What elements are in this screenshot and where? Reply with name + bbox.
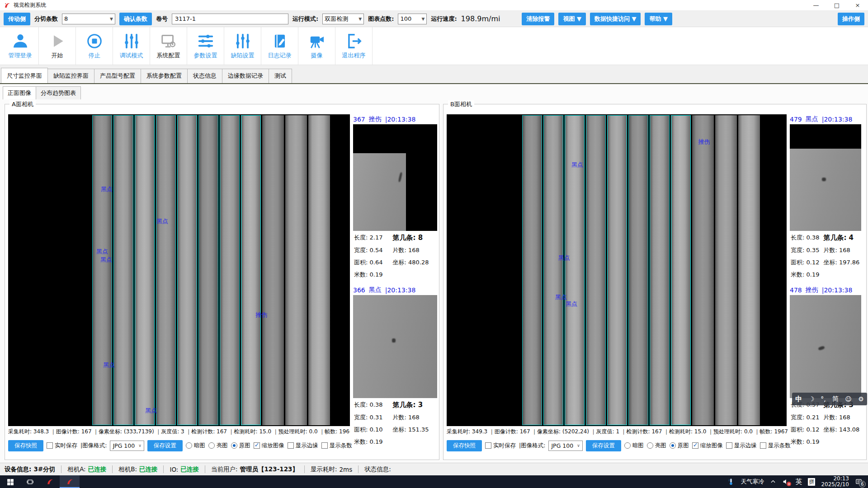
defect-settings-button[interactable]: 缺陷设置 xyxy=(224,27,261,65)
tab-product-model-config[interactable]: 产品型号配置 xyxy=(94,69,141,83)
save-snapshot-button[interactable]: 保存快照 xyxy=(8,440,43,451)
gear-icon[interactable]: ⚙ xyxy=(858,395,864,403)
ime-toolbar: 中 ☽ °, 简 ☺ ⚙ xyxy=(792,393,867,405)
emoji-icon[interactable]: ☺ xyxy=(845,395,852,403)
simplified-chinese-icon[interactable]: 简 xyxy=(832,395,839,403)
current-user-label: 当前用户: xyxy=(211,465,238,474)
defect-metrics: 长度: 0.38 第几条: 4 宽度: 0.35 片数: 168 面积: 0.1… xyxy=(790,231,861,279)
save-snapshot-button[interactable]: 保存快照 xyxy=(447,440,482,451)
log-record-button[interactable]: 日志记录 xyxy=(261,27,298,65)
camera-b-connection-status: 已连接 xyxy=(139,465,158,474)
taskbar-clock[interactable]: 20:13 2025/2/10 xyxy=(821,476,849,488)
checkbox-icon xyxy=(47,442,53,449)
window-title: 视觉检测系统 xyxy=(14,1,46,9)
ime-mode-chinese[interactable]: 中 xyxy=(795,395,802,404)
icon-toolbar: 管理登录 开始 停止 调试模式 系统配置 参数设置 xyxy=(0,27,868,65)
moon-icon[interactable]: ☽ xyxy=(808,395,814,403)
image-format-select[interactable]: JPG 100∨ xyxy=(548,441,582,451)
current-user-value: 管理员【123-123】 xyxy=(240,465,298,474)
bright-image-radio[interactable]: 亮图 xyxy=(647,442,666,450)
defect-annotation-label: 黑点 xyxy=(571,161,583,169)
split-count-select[interactable]: 8▼ xyxy=(62,14,115,24)
defect-annotation-label: 黑点 xyxy=(145,407,157,415)
view-menu-button[interactable]: 视图 ▼ xyxy=(558,13,586,25)
original-image-radio[interactable]: 原图 xyxy=(231,442,250,450)
subtab-front-image[interactable]: 正面图像 xyxy=(3,86,36,99)
start-button[interactable]: 开始 xyxy=(39,27,76,65)
run-mode-select[interactable]: 双面检测▼ xyxy=(322,14,364,24)
tab-edge-data-record[interactable]: 边缘数据记录 xyxy=(222,69,269,83)
tab-system-param-config[interactable]: 系统参数配置 xyxy=(141,69,188,83)
chevron-down-icon: ▼ xyxy=(419,17,425,21)
language-indicator[interactable]: 英 xyxy=(795,478,802,486)
image-format-select[interactable]: JPG 100∨ xyxy=(110,441,144,451)
realtime-save-checkbox[interactable]: 实时保存 xyxy=(485,442,516,450)
notification-center-button[interactable]: 6 xyxy=(855,478,863,486)
stop-button[interactable]: 停止 xyxy=(76,27,113,65)
show-strips-checkbox[interactable]: 显示条数 xyxy=(321,442,352,450)
weather-status[interactable]: 天气寒冷 xyxy=(741,478,764,486)
confirm-count-button[interactable]: 确认条数 xyxy=(119,13,152,25)
defect-card[interactable]: 479 黑点 |20:13:38 长度: 0.38 第几条: 4 宽度: 0.3… xyxy=(790,114,861,279)
exit-program-button[interactable]: 退出程序 xyxy=(335,27,373,65)
system-config-button[interactable]: 系统配置 xyxy=(150,27,187,65)
dark-image-radio[interactable]: 暗图 xyxy=(624,442,644,450)
parameter-settings-button[interactable]: 参数设置 xyxy=(187,27,224,65)
defect-card[interactable]: 366 黑点 |20:13:38 长度: 0.38 第几条: 3 宽度: 0.3… xyxy=(353,285,437,446)
data-access-menu-button[interactable]: 数据快捷访问 ▼ xyxy=(590,13,641,25)
maximize-button[interactable]: □ xyxy=(826,0,847,10)
chevron-up-icon[interactable] xyxy=(770,479,776,485)
defect-header: 366 黑点 |20:13:38 xyxy=(353,285,437,295)
realtime-save-checkbox[interactable]: 实时保存 xyxy=(47,442,77,450)
dark-image-radio[interactable]: 暗图 xyxy=(186,442,205,450)
status-info-label: 状态信息: xyxy=(364,465,391,474)
tab-test[interactable]: 测试 xyxy=(269,69,292,83)
show-strips-checkbox[interactable]: 显示条数 xyxy=(760,442,791,450)
camera-b-image[interactable]: 挫伤黑点黑点黑点黑点 xyxy=(447,114,787,426)
checkbox-icon xyxy=(760,442,766,449)
camera-b-controls: 保存快照 实时保存 |图像格式: JPG 100∨ 保存设置 暗图 亮图 原图 … xyxy=(447,439,791,452)
drive-side-button[interactable]: 传动侧 xyxy=(4,13,30,25)
run-mode-label: 运行模式: xyxy=(292,15,318,23)
show-edge-checkbox[interactable]: 显示边缘 xyxy=(288,442,318,450)
tab-status-info[interactable]: 状态信息 xyxy=(187,69,222,83)
help-menu-button[interactable]: 帮助 ▼ xyxy=(645,13,672,25)
admin-login-button[interactable]: 管理登录 xyxy=(2,27,39,65)
original-image-radio[interactable]: 原图 xyxy=(670,442,689,450)
punctuation-mode-icon[interactable]: °, xyxy=(821,395,826,403)
operator-side-button[interactable]: 操作侧 xyxy=(838,13,864,25)
tab-size-monitor[interactable]: 尺寸监控界面 xyxy=(1,68,48,83)
film-strip xyxy=(586,115,606,425)
start-button[interactable] xyxy=(0,475,20,488)
roll-number-input[interactable]: 3117-1 xyxy=(172,14,288,24)
app-logo-icon xyxy=(46,478,54,486)
film-strip xyxy=(715,115,737,425)
taskbar-app-icon-active[interactable] xyxy=(60,475,80,488)
defect-annotation-label: 黑点 xyxy=(555,293,567,301)
exit-icon xyxy=(345,33,363,50)
chart-points-select[interactable]: 100▼ xyxy=(398,14,427,24)
taskbar-app-icon[interactable] xyxy=(40,475,60,488)
task-view-button[interactable] xyxy=(20,475,40,488)
minimize-button[interactable]: — xyxy=(806,0,826,10)
volume-muted-icon[interactable]: × xyxy=(782,478,789,485)
camera-a-image[interactable]: 黑点黑点黑点黑点挫伤黑点黑点 xyxy=(8,114,350,426)
defect-card[interactable]: 367 挫伤 |20:13:38 长度: 2.17 第几条: 8 宽度: 0.5… xyxy=(353,114,437,279)
save-settings-button[interactable]: 保存设置 xyxy=(147,440,183,451)
io-connection-status: 已连接 xyxy=(180,465,199,474)
close-button[interactable]: × xyxy=(847,0,868,10)
bright-image-radio[interactable]: 亮图 xyxy=(208,442,228,450)
io-label: IO: xyxy=(170,466,178,473)
show-edge-checkbox[interactable]: 显示边缘 xyxy=(726,442,757,450)
clear-alarm-button[interactable]: 清除报警 xyxy=(522,13,554,25)
tab-defect-monitor[interactable]: 缺陷监控界面 xyxy=(47,69,94,83)
radio-selected-icon xyxy=(231,442,237,449)
zoom-image-checkbox[interactable]: 缩放图像 xyxy=(254,442,284,450)
debug-mode-button[interactable]: 调试模式 xyxy=(113,27,150,65)
save-settings-button[interactable]: 保存设置 xyxy=(586,440,621,451)
zoom-image-checkbox[interactable]: 缩放图像 xyxy=(692,442,723,450)
pinyin-indicator[interactable]: 拼 xyxy=(808,478,815,486)
defect-card[interactable]: 478 挫伤 |20:13:38 长度: 0.57 第几条: 3 宽度: 0.2… xyxy=(790,285,861,446)
capture-button[interactable]: 摄像 xyxy=(298,27,335,65)
subtab-trend-chart[interactable]: 分布趋势图表 xyxy=(36,86,81,99)
